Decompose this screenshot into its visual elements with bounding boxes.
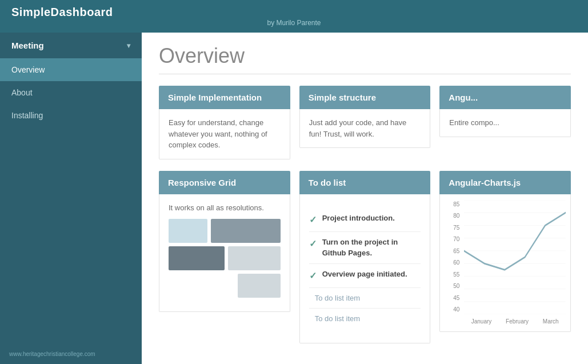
- card-angular-charts: Angular-Charts.js 85 80 75 70 65 60 55 5…: [439, 171, 571, 343]
- card-angular: Angu... Entire compo...: [439, 86, 571, 159]
- grid-block-2: [211, 219, 280, 243]
- x-label-january: January: [471, 317, 492, 326]
- chevron-down-icon: ▾: [127, 42, 130, 50]
- chart-container: 85 80 75 70 65 60 55 50 45 40: [445, 200, 566, 326]
- todo-text-4: To do list item: [315, 293, 360, 304]
- responsive-grid-description: It works on all as resolutions.: [169, 203, 264, 212]
- grid-row-1: [169, 219, 281, 243]
- card-body-angular: Entire compo...: [439, 109, 571, 137]
- card-responsive-grid: Responsive Grid It works on all as resol…: [159, 171, 290, 343]
- card-header-structure: Simple structure: [299, 86, 431, 109]
- title-divider: [159, 74, 571, 74]
- y-label-55: 55: [453, 270, 459, 279]
- y-label-60: 60: [453, 258, 459, 267]
- grid-demo: [169, 213, 281, 303]
- check-icon-2: ✓: [309, 237, 317, 251]
- chart-line: [464, 213, 566, 270]
- check-icon-1: ✓: [309, 213, 317, 227]
- todo-text-5: To do list item: [315, 313, 360, 325]
- card-body-implementation: Easy for understand, change whatever you…: [159, 109, 290, 159]
- sidebar-section-meeting[interactable]: Meeting ▾: [0, 33, 142, 58]
- card-header-todo: To do list: [299, 171, 431, 194]
- y-label-65: 65: [453, 247, 459, 255]
- todo-text-1: Project introduction.: [322, 213, 395, 224]
- grid-block-5: [238, 274, 280, 298]
- grid-row-3: [169, 274, 281, 298]
- app-subtitle: by Murilo Parente: [11, 19, 577, 27]
- card-body-angular-charts: 85 80 75 70 65 60 55 50 45 40: [439, 194, 571, 332]
- grid-block-1: [169, 219, 207, 243]
- todo-item-4: To do list item: [309, 288, 421, 309]
- top-cards-row: Simple Implementation Easy for understan…: [159, 86, 571, 159]
- sidebar: Meeting ▾ Overview About Installing www.…: [0, 33, 142, 364]
- y-label-50: 50: [453, 282, 459, 290]
- card-simple-implementation: Simple Implementation Easy for understan…: [159, 86, 290, 159]
- card-body-todo: ✓ Project introduction. ✓ Turn on the pr…: [299, 194, 431, 343]
- todo-list: ✓ Project introduction. ✓ Turn on the pr…: [309, 202, 421, 335]
- grid-block-spacer: [169, 274, 234, 298]
- card-header-responsive-grid: Responsive Grid: [159, 171, 290, 194]
- card-todo-list: To do list ✓ Project introduction. ✓ Tur…: [299, 171, 431, 343]
- y-label-45: 45: [453, 294, 459, 302]
- sidebar-item-installing[interactable]: Installing: [0, 104, 142, 127]
- grid-row-2: [169, 246, 281, 270]
- chart-x-axis: January February March: [464, 317, 566, 326]
- x-label-march: March: [543, 317, 559, 326]
- card-header-implementation: Simple Implementation: [159, 86, 290, 109]
- card-header-angular-charts: Angular-Charts.js: [439, 171, 571, 194]
- y-label-70: 70: [453, 235, 459, 243]
- todo-text-3: Overview page initiated.: [322, 269, 407, 280]
- grid-block-4: [228, 246, 281, 270]
- todo-text-2: Turn on the project in Github Pages.: [322, 237, 421, 259]
- sidebar-item-about[interactable]: About: [0, 81, 142, 104]
- todo-item-2: ✓ Turn on the project in Github Pages.: [309, 232, 421, 264]
- chart-area: [464, 200, 566, 314]
- card-simple-structure: Simple structure Just add your code, and…: [299, 86, 431, 159]
- card-body-structure: Just add your code, and have fun! Trust,…: [299, 109, 431, 148]
- app-header: SimpleDashboard by Murilo Parente: [0, 0, 588, 33]
- sidebar-footer: www.heritagechristiancollege.com: [0, 344, 142, 364]
- sidebar-section-label: Meeting: [11, 41, 44, 50]
- card-body-responsive-grid: It works on all as resolutions.: [159, 194, 290, 313]
- main-layout: Meeting ▾ Overview About Installing www.…: [0, 33, 588, 364]
- todo-item-5: To do list item: [309, 309, 421, 329]
- chart-y-axis: 85 80 75 70 65 60 55 50 45 40: [445, 200, 462, 314]
- card-header-angular: Angu...: [439, 86, 571, 109]
- page-title: Overview: [159, 44, 571, 68]
- y-label-75: 75: [453, 223, 459, 232]
- app-title: SimpleDashboard: [11, 6, 577, 19]
- x-label-february: February: [506, 317, 529, 326]
- grid-block-3: [169, 246, 225, 270]
- sidebar-item-overview[interactable]: Overview: [0, 58, 142, 81]
- main-content: Overview Simple Implementation Easy for …: [142, 33, 588, 364]
- bottom-cards-row: Responsive Grid It works on all as resol…: [159, 171, 571, 343]
- y-label-80: 80: [453, 211, 459, 220]
- y-label-85: 85: [453, 200, 459, 209]
- check-icon-3: ✓: [309, 269, 317, 283]
- todo-item-3: ✓ Overview page initiated.: [309, 264, 421, 288]
- y-label-40: 40: [453, 305, 459, 314]
- chart-svg: [464, 200, 566, 314]
- todo-item-1: ✓ Project introduction.: [309, 208, 421, 232]
